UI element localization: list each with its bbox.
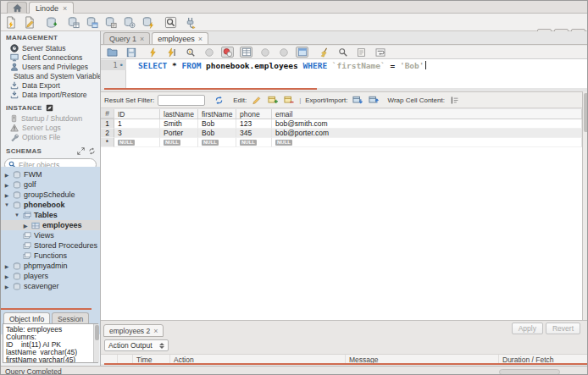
close-icon[interactable]: ×: [198, 35, 202, 43]
null-badge[interactable]: NULL: [118, 140, 135, 146]
beautify-icon[interactable]: [318, 47, 330, 58]
delete-row-icon[interactable]: [282, 95, 295, 106]
reconnect-dbms-button[interactable]: [183, 14, 198, 30]
sidebar-item-client-connections[interactable]: Client Connections: [1, 52, 100, 62]
import-recordset-icon[interactable]: [367, 95, 380, 106]
new-query-tab-button[interactable]: [3, 14, 18, 30]
null-badge[interactable]: NULL: [275, 140, 292, 146]
column-header[interactable]: email: [272, 109, 582, 119]
sidebar-item-data-export[interactable]: Data Export: [1, 80, 100, 90]
null-badge[interactable]: NULL: [202, 140, 219, 146]
open-file-icon[interactable]: [106, 47, 119, 58]
tree-item-views-group[interactable]: Views: [1, 230, 100, 240]
column-header[interactable]: ID: [114, 109, 160, 119]
tree-item-schema[interactable]: ▶groupSchedule: [1, 190, 100, 200]
create-procedure-button[interactable]: [103, 14, 118, 30]
create-view-button[interactable]: [84, 14, 99, 30]
null-badge[interactable]: NULL: [164, 140, 180, 146]
sidebar-item-data-import[interactable]: Data Import/Restore: [1, 90, 100, 99]
invisible-chars-icon[interactable]: [355, 47, 368, 58]
tree-item-schema[interactable]: ▶FWM: [1, 169, 100, 179]
create-trigger-button[interactable]: [140, 14, 155, 30]
tab-employees[interactable]: employees ×: [152, 32, 208, 44]
explain-icon[interactable]: [184, 47, 197, 58]
tree-item-schema[interactable]: ▶golf: [1, 179, 100, 190]
execute-current-icon[interactable]: [165, 47, 178, 58]
expand-schemas-icon[interactable]: [77, 147, 85, 155]
search-data-button[interactable]: [163, 14, 178, 30]
column-header[interactable]: #: [101, 109, 114, 119]
close-icon[interactable]: ×: [153, 327, 158, 335]
tree-item-schema[interactable]: ▶phpmyadmin: [1, 261, 100, 271]
tree-item-table-employees[interactable]: ▶employees: [1, 220, 100, 230]
tab-session[interactable]: Session: [52, 312, 89, 324]
table-row-new[interactable]: * NULL NULL NULL NULL NULL: [101, 138, 582, 147]
export-recordset-icon[interactable]: [351, 95, 363, 106]
autocommit-toggle-icon[interactable]: [296, 47, 308, 58]
tree-item-schema[interactable]: ▶players: [1, 271, 100, 281]
create-function-button[interactable]: [121, 14, 136, 30]
sidebar-item-options-file[interactable]: Options File: [1, 132, 100, 141]
sql-statement[interactable]: SELECT * FROM phonebook.employees WHERE …: [138, 60, 426, 70]
app-window: Linode ×: [0, 0, 588, 375]
sidebar-item-server-logs[interactable]: Server Logs: [1, 123, 100, 132]
refresh-icon[interactable]: [213, 95, 225, 106]
sql-editor[interactable]: 1 • SELECT * FROM phonebook.employees WH…: [101, 58, 588, 88]
cell[interactable]: 123: [236, 119, 272, 129]
execute-icon[interactable]: [147, 47, 159, 58]
cell[interactable]: bob@smith.com: [272, 119, 582, 129]
cell[interactable]: Smith: [160, 119, 198, 129]
tab-employees-2[interactable]: employees 2 ×: [103, 324, 164, 337]
cell[interactable]: Bob: [198, 129, 236, 138]
close-icon[interactable]: ×: [140, 35, 144, 43]
cell[interactable]: bob@porter.com: [272, 129, 582, 138]
create-table-button[interactable]: [65, 14, 80, 30]
sidebar-item-startup-shutdown[interactable]: Startup / Shutdown: [1, 113, 100, 123]
tree-item-procedures-group[interactable]: Stored Procedures: [1, 240, 100, 251]
sidebar-item-server-status[interactable]: Server Status: [1, 43, 100, 52]
stop-on-error-toggle-icon[interactable]: [221, 47, 234, 58]
tab-query-1[interactable]: Query 1 ×: [103, 32, 150, 44]
cell[interactable]: Porter: [160, 129, 198, 138]
edit-record-icon[interactable]: [250, 95, 263, 106]
wrap-text-icon[interactable]: [374, 47, 386, 58]
cell[interactable]: Bob: [198, 119, 236, 129]
column-header[interactable]: phone: [236, 109, 272, 119]
wrap-cell-content-icon[interactable]: [448, 95, 461, 106]
cell[interactable]: 345: [236, 129, 272, 138]
tree-item-schema[interactable]: ▶scavenger: [1, 281, 100, 291]
instance-config-icon[interactable]: [46, 104, 53, 112]
limit-rows-icon[interactable]: [240, 47, 252, 58]
revert-button[interactable]: Revert: [546, 323, 580, 334]
tree-item-functions-group[interactable]: Functions: [1, 251, 100, 261]
create-schema-button[interactable]: [43, 14, 58, 30]
cell[interactable]: 1: [114, 119, 160, 129]
sidebar-item-status-system-variables[interactable]: Status and System Variables: [1, 71, 100, 80]
output-selector[interactable]: Action Output: [104, 339, 169, 351]
tree-item-schema-phonebook[interactable]: ▼phonebook: [1, 200, 100, 210]
commit-icon[interactable]: [258, 47, 271, 58]
column-header[interactable]: firstName: [198, 109, 236, 119]
refresh-schemas-icon[interactable]: [88, 147, 96, 155]
stop-icon[interactable]: [202, 47, 215, 58]
cell[interactable]: 3: [114, 129, 160, 138]
apply-button[interactable]: Apply: [512, 323, 543, 334]
rollback-icon[interactable]: [277, 47, 290, 58]
home-tab[interactable]: [7, 2, 27, 14]
object-info-scrollbar[interactable]: [93, 324, 99, 362]
save-icon[interactable]: [125, 47, 137, 58]
sidebar-item-users-privileges[interactable]: Users and Privileges: [1, 62, 100, 71]
close-icon[interactable]: ×: [63, 4, 67, 13]
tab-object-info[interactable]: Object Info: [3, 312, 50, 324]
find-icon[interactable]: [336, 47, 349, 58]
open-sql-script-button[interactable]: [21, 14, 36, 30]
column-header[interactable]: lastName: [160, 109, 198, 119]
add-row-icon[interactable]: [266, 95, 279, 106]
table-row[interactable]: 1 1 Smith Bob 123 bob@smith.com: [101, 119, 582, 129]
tree-item-tables-group[interactable]: ▼Tables: [1, 210, 100, 220]
result-filter-input[interactable]: [158, 95, 205, 106]
result-grid-scrollbar[interactable]: [582, 91, 588, 320]
connection-tab[interactable]: Linode ×: [29, 2, 74, 14]
null-badge[interactable]: NULL: [240, 140, 257, 146]
table-row[interactable]: 2 3 Porter Bob 345 bob@porter.com: [101, 129, 582, 138]
